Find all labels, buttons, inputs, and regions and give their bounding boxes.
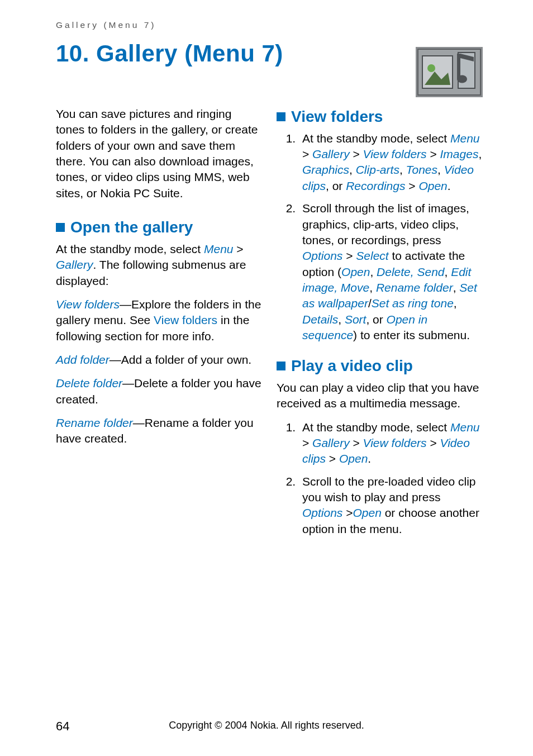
submenu-view-folders: View folders—Explore the folders in the … (56, 297, 262, 344)
gallery-icon (416, 47, 483, 97)
vf-step-1: At the standby mode, select Menu > Galle… (299, 131, 483, 194)
ui-view-folders: View folders (363, 148, 427, 160)
submenu-rename-folder: Rename folder—Rename a folder you have c… (56, 415, 262, 447)
ui-clip-arts: Clip-arts (356, 163, 399, 176)
vf-step-2: Scroll through the list of images, graph… (299, 201, 483, 343)
running-header: Gallery (Menu 7) (56, 20, 483, 30)
svg-rect-5 (457, 54, 460, 79)
ui-open: Open (418, 179, 447, 192)
ui-menu: Menu (450, 421, 480, 434)
pv-step-1: At the standby mode, select Menu > Galle… (299, 420, 483, 467)
ui-add-folder: Add folder (56, 353, 110, 366)
play-video-steps: At the standby mode, select Menu > Galle… (277, 420, 483, 537)
section-view-folders-head: View folders (277, 106, 483, 127)
section-play-video-title: Play a video clip (291, 355, 413, 377)
ui-menu: Menu (450, 132, 480, 145)
ui-sort: Sort (345, 313, 367, 326)
section-play-video-head: Play a video clip (277, 355, 483, 377)
ui-open: Open (341, 265, 370, 278)
section-bullet-icon (56, 223, 65, 232)
ui-options: Options (302, 249, 342, 262)
ui-rename-folder: Rename folder (56, 416, 133, 429)
ui-open: Open (353, 506, 381, 519)
ui-select: Select (356, 249, 388, 262)
svg-point-3 (427, 64, 435, 72)
section-open-gallery-head: Open the gallery (56, 217, 262, 238)
ui-open: Open (339, 452, 368, 465)
ui-set-as-ring-tone: Set as ring tone (372, 297, 454, 310)
submenu-add-folder: Add folder—Add a folder of your own. (56, 352, 262, 368)
ui-view-folders: View folders (363, 436, 427, 449)
ui-graphics: Graphics (302, 163, 349, 176)
link-view-folders[interactable]: View folders (154, 313, 217, 326)
submenu-delete-folder: Delete folder—Delete a folder you have c… (56, 375, 262, 407)
section-bullet-icon (277, 362, 285, 370)
ui-gallery: Gallery (312, 148, 350, 160)
section-view-folders-title: View folders (291, 106, 383, 127)
pv-step-2: Scroll to the pre-loaded video clip you … (299, 474, 483, 537)
ui-view-folders: View folders (56, 298, 120, 311)
ui-recordings: Recordings (346, 179, 405, 192)
section-open-gallery-title: Open the gallery (70, 217, 193, 238)
ui-delete-send: Delete, Send (377, 265, 444, 278)
ui-details: Details (302, 313, 338, 326)
ui-options: Options (302, 506, 342, 519)
ui-menu: Menu (204, 243, 234, 255)
ui-tones: Tones (406, 163, 437, 176)
open-gallery-p1: At the standby mode, select Menu > Galle… (56, 241, 262, 289)
footer-copyright: Copyright © 2004 Nokia. All rights reser… (0, 720, 533, 731)
ui-gallery: Gallery (312, 436, 350, 449)
content-columns: You can save pictures and ringing tones … (56, 106, 483, 537)
play-video-intro: You can play a video clip that you have … (277, 380, 483, 412)
ui-delete-folder: Delete folder (56, 377, 122, 389)
ui-images: Images (440, 148, 479, 160)
view-folders-steps: At the standby mode, select Menu > Galle… (277, 131, 483, 343)
ui-gallery: Gallery (56, 258, 93, 271)
ui-rename-folder: Rename folder (376, 281, 453, 294)
page: Gallery (Menu 7) 10. Gallery (Menu 7) Yo… (0, 0, 533, 756)
intro-paragraph: You can save pictures and ringing tones … (56, 106, 262, 201)
section-bullet-icon (277, 112, 285, 121)
